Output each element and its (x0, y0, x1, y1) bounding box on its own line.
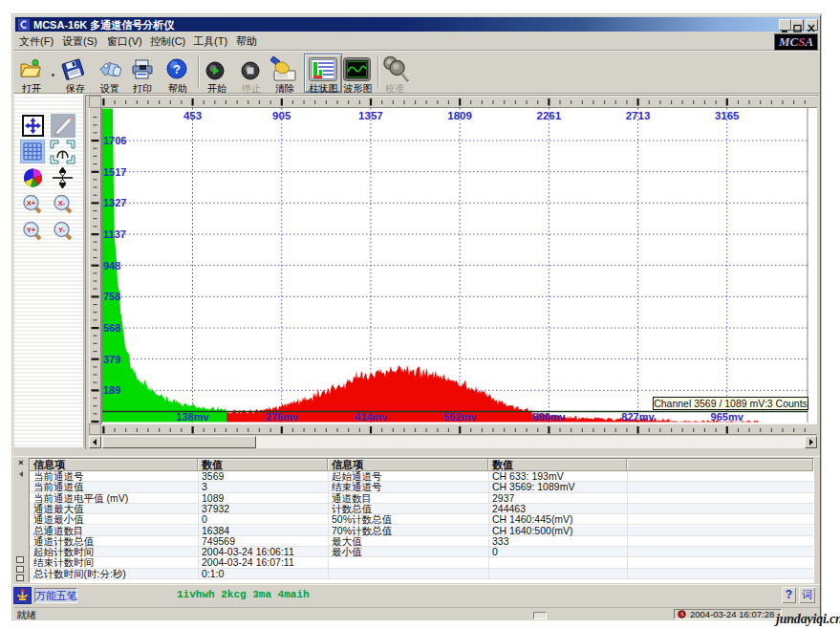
svg-text:965mv: 965mv (711, 411, 744, 423)
svg-text:Y-: Y- (58, 226, 66, 234)
svg-text:568: 568 (103, 322, 120, 334)
svg-text:1137: 1137 (103, 228, 126, 240)
svg-text:453: 453 (183, 110, 202, 121)
svg-text:2713: 2713 (626, 110, 651, 121)
svg-text:1517: 1517 (103, 166, 126, 178)
svg-text:1706: 1706 (103, 135, 126, 146)
svg-text:414mv: 414mv (355, 411, 388, 423)
svg-text:Y+: Y+ (27, 226, 36, 234)
svg-text:379: 379 (103, 354, 120, 365)
svg-text:552mv: 552mv (443, 411, 477, 423)
svg-text:948: 948 (103, 260, 120, 271)
svg-text:1357: 1357 (358, 110, 383, 121)
svg-text:276mv: 276mv (266, 411, 299, 423)
svg-text:827mv: 827mv (621, 411, 655, 423)
svg-text:690mv: 690mv (532, 411, 566, 423)
svg-text:1809: 1809 (447, 110, 472, 121)
svg-text:189: 189 (103, 384, 120, 396)
svg-text:138mv: 138mv (176, 411, 209, 423)
svg-text:?: ? (173, 62, 181, 76)
svg-text:758: 758 (103, 291, 120, 302)
svg-text:X+: X+ (27, 199, 36, 207)
svg-text:905: 905 (272, 110, 291, 121)
svg-text:2261: 2261 (537, 110, 562, 121)
svg-text:X-: X- (58, 199, 66, 207)
svg-text:1327: 1327 (103, 197, 126, 208)
svg-text:3165: 3165 (715, 110, 740, 121)
